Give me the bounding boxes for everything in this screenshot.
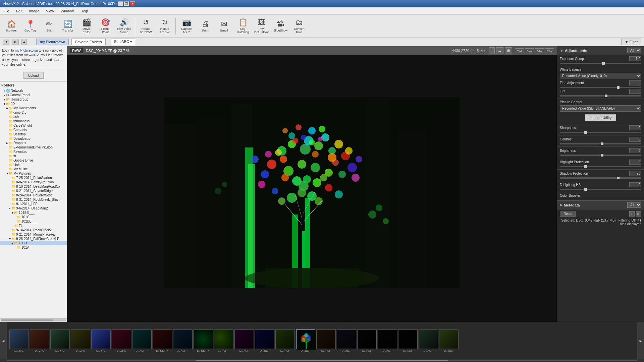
tint-input[interactable] [629, 89, 641, 94]
sidebar-item-101c[interactable]: 📁 101C [0, 215, 67, 219]
thumb-item-17[interactable]: D...NEF [337, 329, 356, 352]
thumb-scroll-left[interactable]: ◄ [0, 322, 7, 359]
edit-button[interactable]: ✏ Edit [40, 16, 58, 36]
up-button[interactable]: ▲ [21, 39, 27, 45]
sidebar-item-102bb[interactable]: 📁 102BB___ [0, 219, 67, 224]
brightness-input[interactable] [629, 148, 641, 153]
rotate-cw-button[interactable]: ↻ Rotate 90°CW [156, 16, 173, 36]
picture-control-select[interactable]: Recorded Value ([SD] STANDARD) [560, 105, 641, 112]
thumb-item-10[interactable]: D...NEF ✓ [194, 329, 213, 352]
thumb-item-19[interactable]: D...NEF [378, 329, 397, 352]
sidebar-item-9-14-2014[interactable]: 📁 9-14-2014_RockCreek2 [0, 228, 67, 232]
sidebar-item-101a[interactable]: 📁 101A [0, 245, 67, 250]
thumb-item-22[interactable]: D...NEF [439, 329, 459, 352]
sidebar-item-my-documents[interactable]: 📁 My Documents [0, 106, 67, 110]
zoom-1.0-button[interactable]: ×1.0 [525, 48, 534, 53]
sharpness-slider[interactable] [560, 132, 641, 133]
thumb-item-18[interactable]: D...NEF [357, 329, 377, 352]
sidebar-item-googledrive[interactable]: 📁 Google Drive [0, 158, 67, 163]
metadata-header[interactable]: ▶ Metadata All [557, 200, 644, 209]
thumb-scroll-right[interactable]: ► [637, 322, 644, 359]
capture-nx2-button[interactable]: 📷 Capture NX 2 [178, 16, 195, 36]
back-button[interactable]: ◄ [3, 39, 9, 45]
email-button[interactable]: ✉ Email [215, 16, 233, 36]
thumb-item-20[interactable]: D...NEF [398, 329, 418, 352]
exposure-comp-input[interactable] [629, 56, 641, 61]
sidebar-item-carvewright[interactable]: 📁 CarveWright [0, 123, 67, 128]
sidebar-item-ash[interactable]: 📁 ash [0, 115, 67, 119]
thumb-item-12[interactable]: D...NEF [234, 329, 254, 352]
sidebar-item-externalhd[interactable]: 📁 ExternalHardDrive PitStop [0, 145, 67, 149]
fit-view-button[interactable]: i [489, 47, 494, 54]
close-button[interactable]: ✕ [130, 1, 135, 6]
thumb-item-1[interactable]: D...JPG [9, 329, 29, 352]
thumb-item-21[interactable]: D...NEF [419, 329, 438, 352]
thumb-item-16[interactable]: D...NEF [316, 329, 336, 352]
fine-adj-slider[interactable] [560, 87, 641, 88]
menu-file[interactable]: File [1, 8, 11, 14]
sidebar-item-thumbnails[interactable]: 📁 thumbnails [0, 119, 67, 123]
d-lighting-hs-slider[interactable] [560, 189, 641, 190]
thumb-item-8[interactable]: D...NEF ✓ [153, 329, 172, 352]
sidebar-item-8-8-2014[interactable]: 📁 8-8-2014_FamilyReunion [0, 180, 67, 184]
sidebar-item-control-panel[interactable]: ⚙ Control Panel [0, 93, 67, 97]
transfer-button[interactable]: 🔄 Transfer [59, 16, 76, 36]
undo-button[interactable]: ◁ [629, 211, 635, 217]
adjustments-filter-select[interactable]: All [627, 48, 641, 53]
d-lighting-hs-input[interactable] [629, 182, 641, 187]
minimize-button[interactable]: ─ [118, 1, 123, 6]
sharpness-input[interactable] [629, 125, 641, 130]
menu-view[interactable]: View [44, 8, 56, 14]
sidebar-item-my-music[interactable]: 📁 My Music [0, 167, 67, 171]
fine-adjustment-input[interactable] [629, 80, 641, 85]
movie-editor-button[interactable]: 🎬 Movie Editor [78, 16, 95, 36]
adjustments-expand-icon[interactable]: ▼ [560, 49, 564, 53]
tab-my-picturetown[interactable]: my Picturetown [36, 39, 69, 45]
sidebar-item-homegroup[interactable]: 📂 Homegroup [0, 97, 67, 102]
restore-button[interactable]: ❐ [124, 1, 129, 6]
thumb-item-2[interactable]: D...JPG [30, 329, 49, 352]
filter-button[interactable]: ▼ Filter [621, 39, 641, 45]
highlight-protection-input[interactable] [629, 160, 641, 165]
sidebar-item-desktop[interactable]: 📁 Desktop [0, 132, 67, 136]
redo-button[interactable]: ▷ [636, 211, 641, 217]
sidebar-item-8-10-2014[interactable]: 📁 8-10-2014_DeadManRoadCa [0, 184, 67, 189]
sidebar-item-9-1-2014[interactable]: 📁 9-1-2014_LFP [0, 202, 67, 206]
sidebar-item-gimp[interactable]: 📁 gimp-2.8 [0, 110, 67, 115]
sidebar-item-9-28-2014[interactable]: 📂 9-28-2014_FallRockCreekLP [0, 237, 67, 241]
sidebar-item-8-24-2014[interactable]: 📁 8-24-2014_PoudreWest [0, 193, 67, 197]
menu-window[interactable]: Window [59, 8, 76, 14]
thumb-item-3[interactable]: D...JPG [50, 329, 70, 352]
sidebar-item-101bb[interactable]: 📂 101BB___ [0, 210, 67, 215]
forward-button[interactable]: ► [12, 39, 19, 45]
thumb-item-15-selected[interactable]: D...NEF [296, 329, 315, 352]
sidebar-item-jd[interactable]: 📂 JD [0, 102, 67, 106]
highlight-protection-slider[interactable] [560, 166, 641, 167]
voice-memo-button[interactable]: 🔊 Play Voice Memo [115, 16, 133, 36]
reset-button[interactable]: Reset [560, 211, 576, 217]
print-button[interactable]: 🖨 Print [197, 16, 214, 36]
thumb-item-5[interactable]: D...JPG [91, 329, 111, 352]
tint-slider[interactable] [560, 95, 641, 97]
thumb-item-9[interactable]: D...NEF ✓ [173, 329, 193, 352]
focus-point-button[interactable]: 🎯 Focus Point [97, 16, 114, 36]
sidebar-item-contacts[interactable]: 📁 Contacts [0, 128, 67, 132]
sidebar-item-8-21-2014[interactable]: 📁 8-21-2014_CoyoteRidge [0, 189, 67, 193]
sidebar-item-tl[interactable]: 📁 TL [0, 224, 67, 228]
zoom-2.0-button[interactable]: ×2.0 [535, 48, 544, 53]
metadata-expand-icon[interactable]: ▶ [560, 203, 562, 207]
sidebar-item-network[interactable]: 🌐 Network [0, 88, 67, 93]
my-picturetown-button[interactable]: 🖼 my Picturetown [253, 16, 270, 36]
sidebar-item-links[interactable]: 📁 Links [0, 163, 67, 167]
view-options-button[interactable]: ... [496, 47, 503, 54]
sidebar-item-9-21-2014[interactable]: 📁 9-21-2014_MomsPlaceFall [0, 232, 67, 237]
upload-button[interactable]: Upload [23, 72, 44, 79]
geotag-button[interactable]: 📍 Geo Tag [21, 16, 39, 36]
my-picturetown-link[interactable]: my Picturetown [15, 49, 38, 52]
sidebar-item-9-6-2014[interactable]: 📂 9-6-2014_DeadMan2 [0, 206, 67, 210]
sidebar-item-my-pictures[interactable]: 📂 My Pictures [0, 171, 67, 176]
white-balance-select[interactable]: Recorded Value (Cloudy, 0, 0) [560, 73, 641, 79]
thumb-item-6[interactable]: D...JPG [112, 329, 131, 352]
zoom-4.0-button[interactable]: ×4.0 [545, 48, 554, 53]
contrast-input[interactable] [629, 137, 641, 142]
